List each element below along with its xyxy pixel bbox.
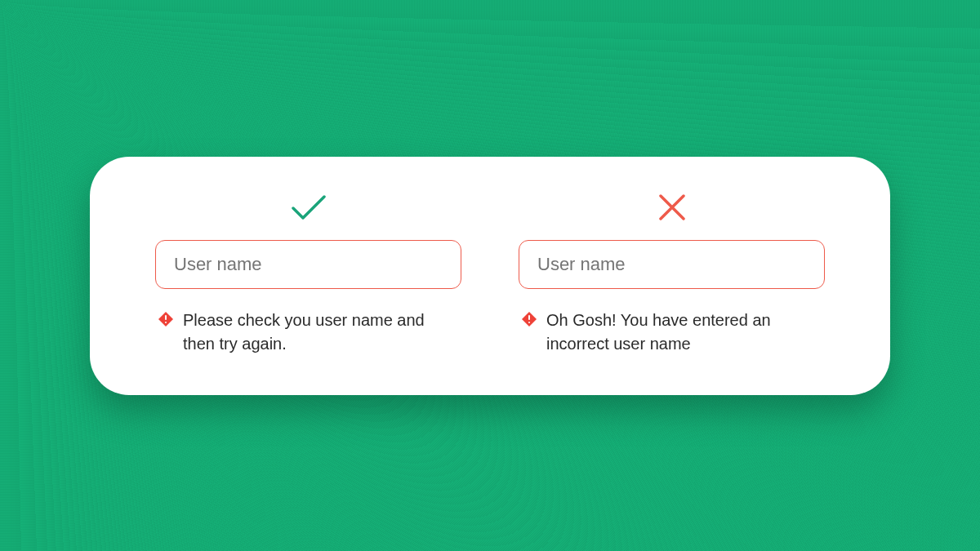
good-example-column: Please check you user name and then try … (155, 189, 461, 356)
error-message-row: Oh Gosh! You have entered an incorrect u… (519, 309, 825, 356)
svg-rect-0 (165, 315, 167, 320)
check-icon (288, 189, 329, 225)
username-input-good[interactable] (155, 240, 461, 289)
svg-rect-2 (528, 315, 530, 320)
comparison-card: Please check you user name and then try … (90, 157, 890, 395)
error-message-text: Oh Gosh! You have entered an incorrect u… (546, 309, 808, 356)
bad-example-column: Oh Gosh! You have entered an incorrect u… (519, 189, 825, 356)
error-message-text: Please check you user name and then try … (183, 309, 444, 356)
username-input-bad[interactable] (519, 240, 825, 289)
cross-icon (656, 189, 688, 225)
svg-rect-3 (528, 322, 530, 323)
alert-icon (522, 312, 537, 330)
svg-rect-1 (165, 322, 167, 323)
alert-icon (158, 312, 173, 330)
error-message-row: Please check you user name and then try … (155, 309, 461, 356)
